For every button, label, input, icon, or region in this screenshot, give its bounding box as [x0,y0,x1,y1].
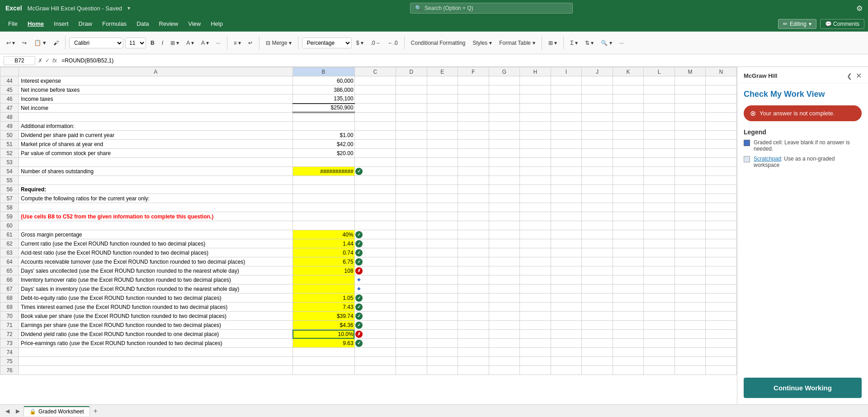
cell-h-57[interactable] [520,194,551,203]
cell-f-69[interactable] [458,303,489,312]
cell-e-51[interactable] [427,140,458,149]
cell-m-49[interactable] [675,122,706,131]
borders-button[interactable]: ⊞ ▾ [168,38,182,48]
cell-j-68[interactable] [582,294,613,303]
cell-e-66[interactable] [427,275,458,284]
cell-a-56[interactable]: Required: [19,185,292,194]
cell-m-68[interactable] [675,294,706,303]
cell-j-74[interactable] [582,348,613,357]
cell-g-52[interactable] [489,149,520,158]
cell-c-53[interactable] [354,158,396,167]
cell-i-69[interactable] [551,303,582,312]
wrap-text-button[interactable]: ↵ [245,38,255,48]
more-options-button[interactable]: ··· [617,38,627,48]
cell-k-68[interactable] [613,294,644,303]
cell-d-67[interactable] [396,284,427,294]
cell-h-76[interactable] [520,366,551,375]
row-header[interactable]: 48 [0,113,19,122]
cell-c-52[interactable] [354,149,396,158]
cell-k-57[interactable] [613,194,644,203]
cell-i-52[interactable] [551,149,582,158]
cell-l-52[interactable] [644,149,675,158]
cell-l-66[interactable] [644,275,675,284]
cell-f-54[interactable] [458,167,489,176]
cell-n-70[interactable] [706,312,737,321]
cell-b-61[interactable]: 40%✓ [292,230,354,239]
cell-k-55[interactable] [613,176,644,185]
cell-h-75[interactable] [520,357,551,366]
cell-c-50[interactable] [354,131,396,140]
sum-button[interactable]: Σ ▾ [567,38,580,48]
cell-j-62[interactable] [582,239,613,248]
cell-h-46[interactable] [520,95,551,104]
menu-home[interactable]: Home [23,19,48,29]
cell-l-58[interactable] [644,203,675,212]
cell-h-47[interactable] [520,104,551,113]
cell-i-64[interactable] [551,257,582,266]
currency-button[interactable]: $ ▾ [354,38,366,48]
cell-m-47[interactable] [675,104,706,113]
cell-g-60[interactable] [489,221,520,230]
col-header-n[interactable]: N [706,67,737,76]
cell-k-62[interactable] [613,239,644,248]
col-header-i[interactable]: I [551,67,582,76]
row-header[interactable]: 58 [0,203,19,212]
tab-prev-button[interactable]: ◀ [3,407,12,415]
cell-b-68[interactable]: 1.05✓ [292,294,354,303]
cell-e-52[interactable] [427,149,458,158]
cell-i-66[interactable] [551,275,582,284]
sheet-scroll[interactable]: A B C D E F G H I J K L M N [0,67,737,404]
cell-e-71[interactable] [427,321,458,330]
cell-d-66[interactable] [396,275,427,284]
cell-l-75[interactable] [644,357,675,366]
cell-j-59[interactable] [582,212,613,221]
cell-n-49[interactable] [706,122,737,131]
cell-k-60[interactable] [613,221,644,230]
cell-k-64[interactable] [613,257,644,266]
cell-g-54[interactable] [489,167,520,176]
cell-k-50[interactable] [613,131,644,140]
cell-a-49[interactable]: Additional information: [19,122,292,131]
cell-j-51[interactable] [582,140,613,149]
table-styles-button[interactable]: ⊞ ▾ [546,38,560,48]
cell-e-46[interactable] [427,95,458,104]
cell-n-51[interactable] [706,140,737,149]
cell-f-52[interactable] [458,149,489,158]
cell-k-66[interactable] [613,275,644,284]
align-button[interactable]: ≡ ▾ [231,38,244,48]
cell-n-71[interactable] [706,321,737,330]
cell-i-46[interactable] [551,95,582,104]
cell-n-67[interactable] [706,284,737,294]
cell-c-59[interactable] [354,212,396,221]
cell-i-58[interactable] [551,203,582,212]
cell-b-49[interactable] [292,122,354,131]
cell-a-72[interactable]: Dividend yield ratio (use the Excel ROUN… [19,330,292,339]
number-format-selector[interactable]: Percentage General Number Currency [302,38,352,48]
cell-g-73[interactable] [489,339,520,348]
font-family-selector[interactable]: Calibri [69,38,123,48]
cell-l-44[interactable] [644,76,675,85]
cell-d-44[interactable] [396,76,427,85]
cell-k-53[interactable] [613,158,644,167]
italic-button[interactable]: I [159,38,166,48]
cell-b-44[interactable]: 60,000 [292,76,354,85]
cell-l-73[interactable] [644,339,675,348]
cell-i-71[interactable] [551,321,582,330]
cell-m-45[interactable] [675,85,706,95]
cell-b-46[interactable]: 135,100 [292,95,354,104]
cell-k-74[interactable] [613,348,644,357]
cell-e-49[interactable] [427,122,458,131]
menu-draw[interactable]: Draw [74,19,97,29]
cell-a-61[interactable]: Gross margin percentage [19,230,292,239]
row-header[interactable]: 62 [0,239,19,248]
cell-f-50[interactable] [458,131,489,140]
sort-button[interactable]: ⇅ ▾ [582,38,596,48]
cell-i-74[interactable] [551,348,582,357]
cell-n-50[interactable] [706,131,737,140]
cell-g-58[interactable] [489,203,520,212]
cell-n-76[interactable] [706,366,737,375]
cell-n-68[interactable] [706,294,737,303]
redo-button[interactable]: ↪ [19,38,29,48]
decrease-decimal-button[interactable]: ←.0 [385,38,401,48]
cell-g-50[interactable] [489,131,520,140]
